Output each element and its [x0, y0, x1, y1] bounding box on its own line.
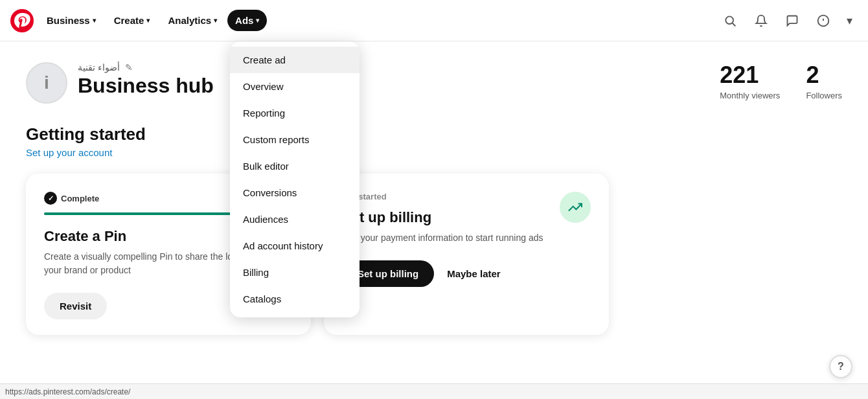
getting-started-title: Getting started: [26, 124, 842, 144]
top-nav: Business ▾ Create ▾ Analytics ▾ Ads ▾: [0, 0, 868, 41]
nav-business[interactable]: Business ▾: [39, 10, 104, 31]
card2-desc: Add your payment information to start ru…: [342, 231, 591, 245]
cards-row: ✓ Complete Create a Pin Create a visuall…: [26, 174, 842, 335]
dropdown-item-bulk-editor[interactable]: Bulk editor: [230, 153, 360, 179]
edit-profile-icon[interactable]: ✎: [125, 62, 133, 73]
card2-title: Set up billing: [342, 209, 591, 226]
card2-status: Get started: [342, 192, 591, 201]
dropdown-item-custom-reports[interactable]: Custom reports: [230, 126, 360, 153]
revisit-button[interactable]: Revisit: [44, 293, 107, 319]
billing-card: Get started Set up billing Add your paym…: [324, 174, 609, 335]
pinterest-logo[interactable]: [10, 9, 34, 32]
monthly-viewers-count: 221: [720, 62, 780, 88]
stats-section: 221 Monthly viewers 2 Followers: [720, 62, 842, 100]
svg-line-2: [733, 23, 736, 26]
search-button[interactable]: [717, 8, 743, 34]
nav-create[interactable]: Create ▾: [106, 10, 158, 31]
card2-actions: Set up billing Maybe later: [342, 260, 591, 287]
svg-point-1: [725, 16, 733, 24]
dropdown-item-overview[interactable]: Overview: [230, 73, 360, 100]
dropdown-item-billing[interactable]: Billing: [230, 259, 360, 286]
billing-icon: [560, 192, 591, 223]
expand-button[interactable]: ▾: [841, 10, 858, 32]
nav-items: Business ▾ Create ▾ Analytics ▾ Ads ▾: [39, 10, 717, 31]
nav-analytics[interactable]: Analytics ▾: [160, 10, 225, 31]
getting-started-subtitle: Set up your account: [26, 147, 842, 158]
help-button[interactable]: ?: [829, 355, 852, 378]
dropdown-item-audiences[interactable]: Audiences: [230, 206, 360, 233]
followers-label: Followers: [806, 91, 842, 100]
stat-followers: 2 Followers: [806, 62, 842, 100]
avatar: i: [26, 62, 67, 104]
dropdown-item-ad-account-history[interactable]: Ad account history: [230, 233, 360, 259]
status-bar: https://ads.pinterest.com/ads/create/: [0, 383, 868, 399]
followers-count: 2: [806, 62, 842, 88]
business-chevron-icon: ▾: [93, 17, 96, 24]
dropdown-item-conversions[interactable]: Conversions: [230, 179, 360, 206]
analytics-chevron-icon: ▾: [214, 17, 217, 24]
ads-dropdown-menu: Create ad Overview Reporting Custom repo…: [230, 41, 360, 317]
messages-button[interactable]: [779, 8, 805, 34]
main-content: i أضواء تقنية ✎ Business hub 221 Monthly…: [0, 41, 868, 356]
nav-ads[interactable]: Ads ▾: [227, 10, 267, 31]
notifications-button[interactable]: [748, 8, 774, 34]
nav-right: ▾: [717, 8, 858, 34]
info-button[interactable]: [810, 8, 836, 34]
monthly-viewers-label: Monthly viewers: [720, 91, 780, 100]
create-chevron-icon: ▾: [146, 17, 150, 24]
status-url: https://ads.pinterest.com/ads/create/: [5, 387, 130, 396]
dropdown-item-reporting[interactable]: Reporting: [230, 100, 360, 126]
ads-chevron-icon: ▾: [256, 17, 259, 24]
expand-icon: ▾: [847, 14, 852, 28]
maybe-later-button[interactable]: Maybe later: [442, 260, 506, 287]
svg-point-0: [10, 9, 34, 32]
dropdown-item-create-ad[interactable]: Create ad: [230, 47, 360, 73]
profile-arabic-name: أضواء تقنية: [78, 62, 120, 73]
check-circle-icon: ✓: [44, 192, 57, 205]
dropdown-item-catalogs[interactable]: Catalogs: [230, 286, 360, 312]
stat-monthly-viewers: 221 Monthly viewers: [720, 62, 780, 100]
